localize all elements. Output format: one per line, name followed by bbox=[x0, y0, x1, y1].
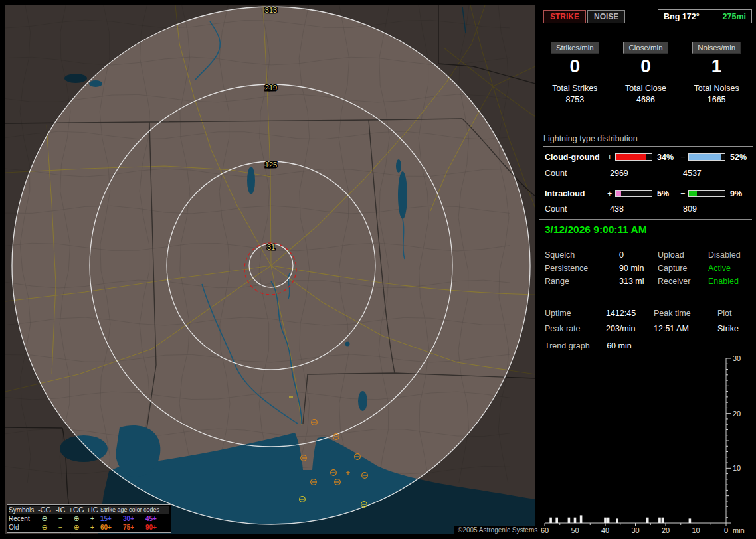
range-ring-label: 125 bbox=[265, 161, 277, 169]
plot-label: Plot bbox=[717, 309, 752, 318]
close-per-min-column: Close/min 0 Total Close 4686 bbox=[611, 41, 682, 104]
plus-sign: + bbox=[607, 153, 615, 162]
pos-cg-icon: ⊕ bbox=[68, 514, 84, 523]
pos-ic-icon: + bbox=[84, 514, 100, 523]
cloud-ground-count-row: Count 2969 4537 bbox=[545, 165, 752, 181]
neg-cg-percent: 52% bbox=[727, 153, 748, 162]
uptime-value: 1412:45 bbox=[606, 309, 654, 318]
bearing-range-value: 275mi bbox=[723, 12, 746, 21]
legend-col-neg-ic: -IC bbox=[52, 506, 68, 514]
trend-bars bbox=[549, 515, 691, 523]
legend-age-title: Strike age color codes bbox=[100, 506, 168, 514]
pos-cg-icon: ⊕ bbox=[68, 523, 84, 532]
squelch-value: 0 bbox=[619, 250, 658, 260]
pos-ic-bar-fill bbox=[616, 191, 621, 196]
pos-ic-icon: + bbox=[84, 523, 100, 532]
distribution-title: Lightning type distribution bbox=[543, 134, 753, 147]
neg-ic-percent: 9% bbox=[727, 189, 748, 198]
cloud-ground-row: Cloud-ground + 34% − 52% bbox=[545, 149, 752, 165]
neg-cg-icon: ⊖ bbox=[37, 514, 52, 523]
svg-text:0: 0 bbox=[724, 526, 728, 534]
rate-columns: Strikes/min 0 Total Strikes 8753 Close/m… bbox=[539, 41, 752, 104]
receiver-label: Receiver bbox=[658, 277, 708, 286]
pos-ic-bar bbox=[615, 190, 652, 197]
neg-ic-count: 809 bbox=[680, 204, 748, 214]
legend-recent-row: Recent ⊖ − ⊕ + 15+ 30+ 45+ bbox=[9, 514, 169, 523]
lightning-map[interactable]: 313 219 125 31 Symbols -CG -IC +CG +IC S… bbox=[5, 5, 535, 534]
legend-old-label: Old bbox=[9, 523, 37, 532]
age-code-15: 15+ bbox=[100, 514, 123, 523]
divider bbox=[539, 219, 752, 220]
noise-mode-button[interactable]: NOISE bbox=[587, 10, 625, 23]
neg-ic-icon: − bbox=[52, 514, 68, 523]
map-legend: Symbols -CG -IC +CG +IC Strike age color… bbox=[7, 504, 171, 533]
pos-cg-percent: 34% bbox=[654, 153, 680, 162]
trend-chart: 1020306050403020100min bbox=[539, 353, 756, 536]
range-ring-label: 219 bbox=[265, 84, 277, 92]
svg-text:10: 10 bbox=[692, 526, 700, 534]
intracloud-count-row: Count 438 809 bbox=[545, 201, 752, 217]
svg-text:10: 10 bbox=[733, 464, 741, 472]
intracloud-label: Intracloud bbox=[545, 189, 607, 198]
neg-ic-icon: − bbox=[52, 523, 68, 532]
pos-cg-bar-fill bbox=[616, 154, 646, 160]
cloud-ground-label: Cloud-ground bbox=[545, 153, 607, 162]
minus-sign: − bbox=[680, 153, 688, 162]
trend-axis-labels: 1020306050403020100min bbox=[541, 354, 745, 534]
range-value: 313 mi bbox=[619, 277, 658, 286]
lightning-monitor-app: 313 219 125 31 Symbols -CG -IC +CG +IC S… bbox=[0, 0, 756, 539]
legend-col-pos-ic: +IC bbox=[84, 506, 100, 514]
neg-cg-bar-fill bbox=[689, 154, 721, 160]
capture-label: Capture bbox=[658, 264, 708, 273]
persistence-label: Persistence bbox=[545, 264, 619, 273]
bearing-readout: Bng 172° 275mi bbox=[658, 9, 752, 23]
strike-mode-button[interactable]: STRIKE bbox=[543, 10, 586, 23]
settings-grid: Squelch 0 Upload Disabled Persistence 90… bbox=[545, 248, 752, 288]
age-code-45: 45+ bbox=[145, 514, 168, 523]
plot-type-value: Strike bbox=[717, 324, 752, 333]
noises-per-min-value: 1 bbox=[681, 57, 752, 76]
capture-status: Active bbox=[708, 264, 752, 273]
receiver-status: Enabled bbox=[708, 277, 752, 286]
svg-text:40: 40 bbox=[601, 526, 609, 534]
intracloud-row: Intracloud + 5% − 9% bbox=[545, 185, 752, 202]
neg-cg-count: 4537 bbox=[680, 169, 748, 178]
svg-text:30: 30 bbox=[631, 526, 639, 534]
peak-rate-label: Peak rate bbox=[545, 324, 606, 333]
peak-time-label: Peak time bbox=[654, 309, 717, 318]
total-close-value: 4686 bbox=[611, 95, 682, 104]
legend-col-pos-cg: +CG bbox=[68, 506, 84, 514]
svg-text:60: 60 bbox=[541, 526, 549, 534]
pos-ic-percent: 5% bbox=[654, 189, 680, 198]
pos-ic-count: 438 bbox=[607, 204, 680, 214]
upload-label: Upload bbox=[658, 250, 708, 260]
trend-graph-label: Trend graph bbox=[545, 341, 590, 350]
svg-text:50: 50 bbox=[571, 526, 579, 534]
strikes-per-min-chip: Strikes/min bbox=[551, 42, 599, 54]
copyright-notice: ©2005 Astrogenic Systems bbox=[454, 526, 541, 534]
legend-header-row: Symbols -CG -IC +CG +IC Strike age color… bbox=[9, 506, 169, 514]
trend-graph-header: Trend graph 60 min bbox=[545, 341, 632, 350]
svg-text:min: min bbox=[733, 526, 745, 534]
age-code-90: 90+ bbox=[145, 523, 168, 532]
divider bbox=[539, 297, 752, 297]
peak-time-value: 12:51 AM bbox=[654, 324, 717, 333]
status-panel: STRIKE NOISE Bng 172° 275mi Strikes/min … bbox=[539, 0, 756, 539]
strikes-per-min-value: 0 bbox=[539, 57, 611, 76]
map-canvas[interactable]: 313 219 125 31 bbox=[5, 5, 535, 534]
range-label: Range bbox=[545, 277, 619, 286]
legend-recent-label: Recent bbox=[9, 514, 37, 523]
peak-rate-value: 203/min bbox=[606, 324, 654, 333]
plus-sign: + bbox=[607, 189, 615, 198]
range-ring-label: 31 bbox=[267, 243, 275, 251]
neg-ic-bar-fill bbox=[689, 191, 697, 196]
noises-per-min-column: Noises/min 1 Total Noises 1665 bbox=[681, 41, 752, 104]
bearing-value: Bng 172° bbox=[664, 12, 700, 21]
neg-cg-bar bbox=[688, 153, 725, 161]
legend-symbols-label: Symbols bbox=[9, 506, 37, 514]
count-label: Count bbox=[545, 204, 607, 214]
age-code-60: 60+ bbox=[100, 523, 123, 532]
close-per-min-chip: Close/min bbox=[623, 42, 668, 54]
age-code-75: 75+ bbox=[123, 523, 145, 532]
pos-cg-bar bbox=[615, 153, 652, 161]
